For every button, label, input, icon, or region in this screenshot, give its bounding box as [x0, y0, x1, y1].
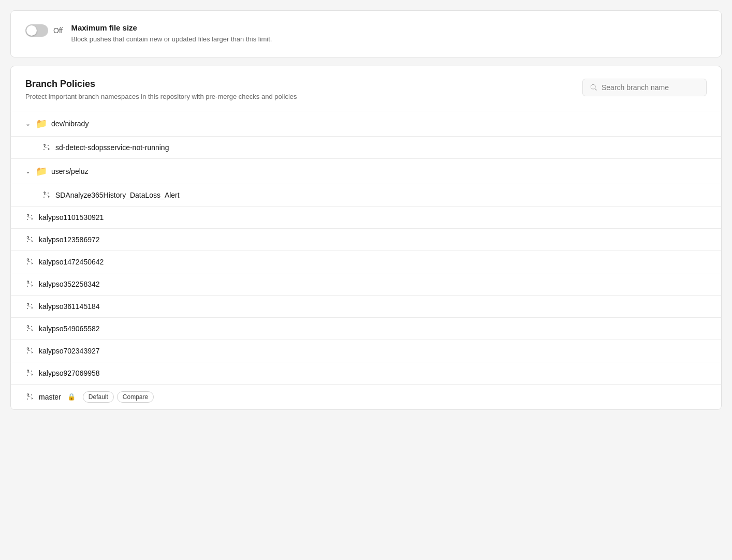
branch-name-row: master 🔒 DefaultCompare — [25, 391, 154, 403]
branch-icon — [42, 143, 50, 152]
branch-badge[interactable]: Compare — [117, 391, 154, 403]
branch-row: kalypso927069958 — [11, 362, 721, 385]
branch-name: kalypso1472450642 — [39, 258, 104, 266]
branch-name: kalypso927069958 — [39, 369, 100, 377]
branch-row: kalypso1472450642 — [11, 251, 721, 273]
search-branch-box[interactable] — [582, 79, 707, 96]
toggle-knob — [26, 25, 37, 36]
search-icon — [590, 84, 597, 91]
branch-name: kalypso123586972 — [39, 235, 100, 244]
branch-name-row: kalypso702343927 — [25, 347, 100, 355]
branch-name: master — [39, 393, 61, 401]
branch-name-row: kalypso352258342 — [25, 280, 100, 288]
search-branch-input[interactable] — [602, 83, 699, 92]
branch-row: kalypso1101530921 — [11, 207, 721, 229]
lock-icon: 🔒 — [67, 393, 76, 401]
branch-policies-header: Branch Policies Protect important branch… — [11, 66, 721, 111]
branch-name: kalypso1101530921 — [39, 213, 104, 222]
branch-policies-title-group: Branch Policies Protect important branch… — [25, 79, 297, 100]
branch-policies-card: Branch Policies Protect important branch… — [10, 66, 722, 410]
branch-name-row: kalypso361145184 — [25, 302, 100, 311]
branch-badge[interactable]: Default — [83, 391, 114, 403]
badges-group: DefaultCompare — [83, 391, 154, 403]
branch-name-row: SDAnalyze365History_DataLoss_Alert — [42, 191, 180, 199]
folder-icon: 📁 — [36, 118, 47, 129]
branch-icon — [25, 213, 34, 222]
branch-name: kalypso352258342 — [39, 280, 100, 288]
branch-name: SDAnalyze365History_DataLoss_Alert — [55, 191, 180, 199]
max-file-size-card: Off Maximum file size Block pushes that … — [10, 10, 722, 57]
branch-name: kalypso361145184 — [39, 302, 100, 311]
folder-toggle[interactable]: ⌄ 📁 dev/nibrady — [25, 118, 89, 129]
branch-icon — [25, 325, 34, 333]
branch-list: ⌄ 📁 dev/nibrady sd-detect-sdopsservice-n… — [11, 111, 721, 409]
branch-icon — [25, 258, 34, 266]
branch-row: kalypso123586972 — [11, 229, 721, 251]
max-file-size-toggle[interactable] — [25, 24, 48, 37]
folder-row[interactable]: ⌄ 📁 dev/nibrady — [11, 111, 721, 137]
branch-name-row: kalypso549065582 — [25, 325, 100, 333]
branch-row: SDAnalyze365History_DataLoss_Alert — [11, 184, 721, 207]
branch-name: kalypso549065582 — [39, 325, 100, 333]
branch-icon — [25, 302, 34, 311]
chevron-icon: ⌄ — [25, 120, 31, 127]
branch-name-row: kalypso1472450642 — [25, 258, 104, 266]
branch-icon — [25, 347, 34, 355]
branch-name: sd-detect-sdopsservice-not-running — [55, 143, 169, 152]
branch-icon — [25, 393, 34, 401]
folder-name: dev/nibrady — [51, 120, 89, 128]
branch-policies-title: Branch Policies — [25, 79, 297, 90]
branch-icon — [25, 235, 34, 244]
branch-row: kalypso361145184 — [11, 296, 721, 318]
toggle-wrap: Off — [25, 24, 63, 37]
branch-row: sd-detect-sdopsservice-not-running — [11, 137, 721, 159]
branch-name: kalypso702343927 — [39, 347, 100, 355]
setting-info: Maximum file size Block pushes that cont… — [71, 23, 272, 45]
branch-icon — [25, 369, 34, 377]
branch-row: kalypso549065582 — [11, 318, 721, 340]
branch-icon — [42, 191, 50, 199]
branch-name-row: sd-detect-sdopsservice-not-running — [42, 143, 169, 152]
folder-name: users/peluz — [51, 167, 89, 175]
branch-row: kalypso352258342 — [11, 273, 721, 296]
branch-icon — [25, 280, 34, 288]
branch-name-row: kalypso1101530921 — [25, 213, 104, 222]
branch-row: kalypso702343927 — [11, 340, 721, 362]
branch-name-row: kalypso123586972 — [25, 235, 100, 244]
setting-description: Block pushes that contain new or updated… — [71, 34, 272, 45]
folder-toggle[interactable]: ⌄ 📁 users/peluz — [25, 166, 89, 177]
toggle-row: Off Maximum file size Block pushes that … — [25, 23, 707, 45]
folder-icon: 📁 — [36, 166, 47, 177]
branch-row: master 🔒 DefaultCompare — [11, 385, 721, 409]
folder-row[interactable]: ⌄ 📁 users/peluz — [11, 159, 721, 184]
chevron-icon: ⌄ — [25, 168, 31, 175]
branch-name-row: kalypso927069958 — [25, 369, 100, 377]
setting-title: Maximum file size — [71, 23, 272, 32]
branch-policies-description: Protect important branch namespaces in t… — [25, 93, 297, 100]
toggle-label: Off — [53, 26, 63, 35]
